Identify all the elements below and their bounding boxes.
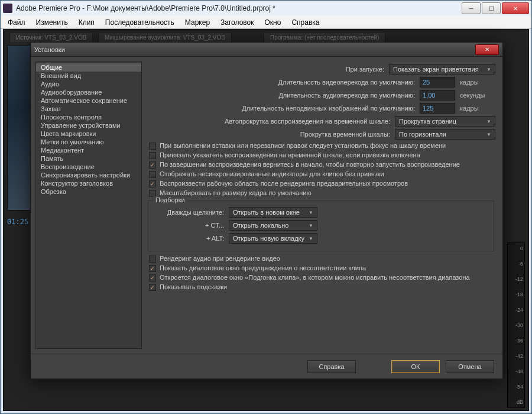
checkbox[interactable] [149,284,156,291]
sidebar-item[interactable]: Плоскость контроля [36,113,141,121]
sidebar-item[interactable]: Обрезка [36,187,141,196]
checkbox[interactable] [149,152,156,159]
bins-groupbox: Подборки Дважды щелкните: Открыть в ново… [148,200,494,251]
audio-meter: 0-6-12-18-24-30-36-42-48-54dB [507,242,525,408]
checkbox-label: Привязать указатель воспроизведения на в… [160,151,495,159]
checkbox-label: Отображать несинхронизированные индикато… [160,170,495,178]
audio-transition-label: Длительность аудиоперехода по умолчанию: [147,92,415,99]
meter-tick: -48 [509,368,523,374]
chevron-down-icon: ▼ [309,210,313,215]
sidebar-item[interactable]: Управление устройствами [36,121,141,130]
video-transition-label: Длительность видеоперехода по умолчанию: [147,79,415,86]
preferences-content: При запуске: Показать экран приветствия▼… [147,62,498,349]
sidebar-item[interactable]: Захват [36,105,141,113]
video-transition-input[interactable] [420,77,455,88]
meter-tick: 0 [509,245,523,251]
meter-tick: -12 [509,276,523,282]
sidebar-item[interactable]: Метки по умолчанию [36,138,141,146]
menu-справка[interactable]: Справка [287,17,324,28]
checkbox[interactable] [149,180,156,187]
menu-последовательность[interactable]: Последовательность [100,17,179,28]
meter-tick: -18 [509,292,523,297]
chevron-down-icon: ▼ [309,236,313,241]
checkbox[interactable] [149,265,156,272]
still-duration-unit: кадры [460,105,495,112]
meter-tick: -6 [509,261,523,267]
help-button[interactable]: Справка [307,360,356,373]
menu-окно[interactable]: Окно [259,17,286,28]
timeline-scroll-label: Прокрутка временной шкалы: [147,131,390,138]
audio-transition-unit: секунды [460,92,495,99]
dialog-titlebar[interactable]: Установки ✕ [31,43,502,57]
alt-dropdown[interactable]: Открыть новую вкладку▼ [229,233,317,244]
dialog-footer: Справка ОК Отмена [31,354,502,379]
menu-клип[interactable]: Клип [74,17,99,28]
autoscroll-dropdown[interactable]: Прокрутка страниц▼ [395,116,495,127]
doubleclick-label: Дважды щелкните: [153,209,224,216]
still-duration-label: Длительность неподвижных изображений по … [147,105,415,112]
checkbox[interactable] [149,171,156,178]
checkbox-row: Откроется диалоговое окно «Подгонка клип… [147,274,495,282]
chevron-down-icon: ▼ [486,67,491,72]
sidebar-item[interactable]: Аудио [36,80,141,88]
meter-tick: -36 [509,338,523,344]
checkbox[interactable] [149,255,156,263]
menu-заголовок[interactable]: Заголовок [216,17,258,28]
checkbox-label: Показать диалоговое окно предупреждения … [160,264,495,272]
cancel-button[interactable]: Отмена [446,360,494,373]
startup-label: При запуске: [147,66,384,73]
checkbox-label: Показывать подсказки [160,283,495,291]
checkbox-label: Воспроизвести рабочую область после ренд… [160,180,495,187]
sidebar-item[interactable]: Аудиооборудование [36,88,141,96]
preferences-dialog: Установки ✕ ОбщиеВнешний видАудиоАудиооб… [30,42,503,379]
sidebar-item[interactable]: Цвета маркировки [36,130,141,138]
sidebar-item[interactable]: Медиаконтент [36,146,141,154]
sidebar-item[interactable]: Автоматическое сохранение [36,96,141,105]
ctrl-label: + CT... [153,222,224,229]
doubleclick-dropdown[interactable]: Открыть в новом окне▼ [229,207,317,218]
sidebar-item[interactable]: Воспроизведение [36,163,141,171]
checkbox-label: Откроется диалоговое окно «Подгонка клип… [160,274,495,282]
video-transition-unit: кадры [460,79,495,86]
startup-dropdown[interactable]: Показать экран приветствия▼ [389,64,495,75]
meter-tick: -42 [509,353,523,359]
sidebar-item[interactable]: Синхронизировать настройки [36,171,141,179]
checkbox-row: Воспроизвести рабочую область после ренд… [147,180,495,187]
timeline-scroll-dropdown[interactable]: По горизонтали▼ [395,129,495,140]
still-duration-input[interactable] [420,103,455,114]
checkbox-label: Рендеринг аудио при рендеринге видео [160,255,495,263]
audio-transition-input[interactable] [420,90,455,101]
sidebar-item[interactable]: Память [36,154,141,163]
menu-файл[interactable]: Файл [3,17,30,28]
close-button[interactable]: ✕ [502,2,529,14]
menu-bar: ФайлИзменитьКлипПоследовательностьМаркер… [1,16,531,29]
checkbox-label: Масштабировать по размеру кадра по умолч… [160,189,495,197]
menu-маркер[interactable]: Маркер [180,17,215,28]
meter-tick: -30 [509,322,523,328]
dialog-close-button[interactable]: ✕ [475,44,499,55]
checkbox[interactable] [149,161,156,169]
window-frame: Adobe Premiere Pro - F:\Мои документы\Ad… [0,0,532,414]
minimize-button[interactable]: ─ [462,2,481,14]
checkbox[interactable] [149,274,156,282]
checkbox[interactable] [149,143,156,150]
meter-tick: -54 [509,384,523,390]
ok-button[interactable]: ОК [391,360,440,373]
bins-legend: Подборки [153,196,187,203]
checkbox-row: Привязать указатель воспроизведения на в… [147,151,495,159]
window-titlebar[interactable]: Adobe Premiere Pro - F:\Мои документы\Ad… [1,1,531,16]
menu-изменить[interactable]: Изменить [31,17,73,28]
ctrl-dropdown[interactable]: Открыть локально▼ [229,220,317,231]
chevron-down-icon: ▼ [309,223,313,228]
checkbox-row: Отображать несинхронизированные индикато… [147,170,495,178]
autoscroll-label: Автопрокрутка воспроизведения на временн… [147,118,390,125]
checkbox-row: По завершении воспроизведения вернитесь … [147,161,495,169]
window-title: Adobe Premiere Pro - F:\Мои документы\Ad… [16,4,460,12]
checkbox-label: При выполнении вставки или перезаписи пр… [160,142,495,150]
maximize-button[interactable]: ☐ [482,2,501,14]
checkbox-row: Показывать подсказки [147,283,495,291]
sidebar-item[interactable]: Конструктор заголовков [36,179,141,187]
chevron-down-icon: ▼ [486,132,491,137]
sidebar-item[interactable]: Внешний вид [36,72,141,80]
sidebar-item[interactable]: Общие [36,63,141,72]
